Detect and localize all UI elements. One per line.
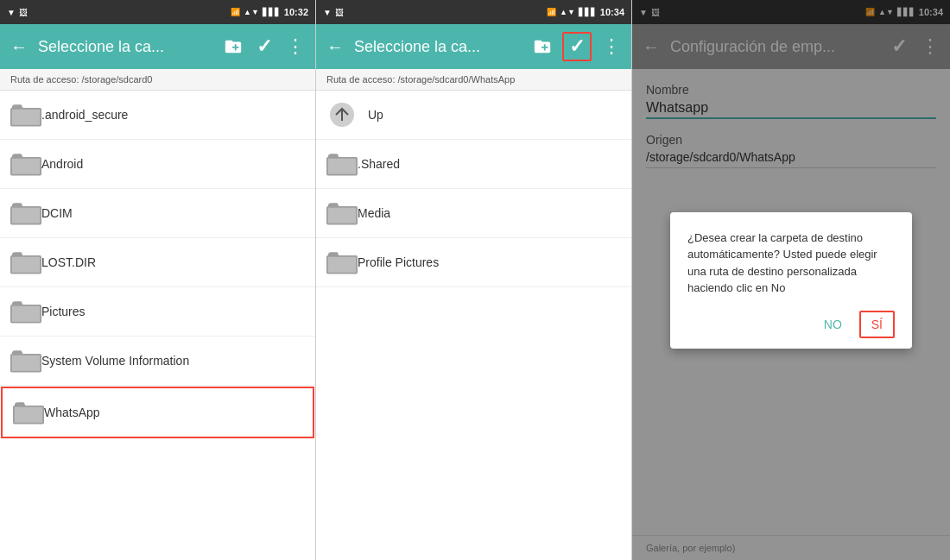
list-item[interactable]: LOST.DIR (0, 238, 315, 287)
wifi-icon-2: ▲▼ (560, 8, 575, 16)
folder-icon (10, 247, 41, 278)
dialog-buttons: NO SÍ (687, 311, 895, 338)
folder-icon (326, 247, 358, 278)
file-name: DCIM (41, 206, 73, 220)
dialog-text: ¿Desea crear la carpeta de destino autom… (687, 230, 895, 297)
panel-2: ▼ 🖼 📶 ▲▼ ▋▋▋ 10:34 ← Seleccione la ca...… (316, 0, 632, 560)
list-item[interactable]: Pictures (0, 287, 315, 337)
up-icon (326, 99, 358, 130)
file-name: .Shared (358, 157, 400, 171)
folder-icon (326, 198, 358, 229)
list-item[interactable]: .android_secure (0, 91, 315, 140)
up-label: Up (368, 108, 383, 122)
time-1: 10:32 (284, 7, 308, 17)
file-name: Android (41, 157, 83, 171)
signal-icon-1: ▋▋▋ (263, 8, 281, 16)
photo-icon-2: 🖼 (335, 8, 344, 17)
file-name: System Volume Information (41, 354, 189, 368)
dialog-overlay: ¿Desea crear la carpeta de destino autom… (632, 0, 950, 560)
file-name: .android_secure (41, 108, 128, 122)
list-item[interactable]: System Volume Information (0, 337, 315, 386)
folder-icon (10, 198, 41, 229)
whatsapp-list-item[interactable]: WhatsApp (1, 387, 314, 438)
list-item[interactable]: .Shared (316, 140, 631, 189)
toolbar-2: ← Seleccione la ca... ✓ ⋮ (316, 24, 631, 69)
back-button-2[interactable]: ← (323, 34, 347, 60)
status-bar-left-1: ▼ 🖼 (7, 8, 28, 17)
folder-icon (13, 397, 44, 428)
status-bar-2: ▼ 🖼 📶 ▲▼ ▋▋▋ 10:34 (316, 0, 631, 24)
check-button-1[interactable]: ✓ (253, 32, 276, 61)
path-bar-1: Ruta de acceso: /storage/sdcard0 (0, 69, 315, 91)
folder-add-button-2[interactable] (529, 34, 555, 60)
dialog: ¿Desea crear la carpeta de destino autom… (670, 212, 912, 349)
signal-icon-2: ▋▋▋ (579, 8, 597, 16)
status-bar-right-1: 📶 ▲▼ ▋▋▋ 10:32 (231, 7, 308, 17)
wifi-icon-1: ▲▼ (244, 8, 259, 16)
dialog-no-button[interactable]: NO (814, 311, 852, 338)
status-bar-1: ▼ 🖼 📶 ▲▼ ▋▋▋ 10:32 (0, 0, 315, 24)
check-button-highlighted-2[interactable]: ✓ (562, 32, 592, 61)
file-name: Media (358, 206, 390, 220)
status-bar-left-2: ▼ 🖼 (323, 8, 344, 17)
list-item[interactable]: DCIM (0, 189, 315, 238)
folder-icon (10, 296, 41, 327)
sim-icon-1: 📶 (231, 8, 240, 16)
more-button-2[interactable]: ⋮ (598, 32, 624, 61)
folder-icon (10, 345, 41, 376)
file-list-1: .android_secure Android DCIM LOST.DIR (0, 91, 315, 560)
notification-icon-1: ▼ (7, 8, 16, 17)
toolbar-1: ← Seleccione la ca... ✓ ⋮ (0, 24, 315, 69)
sim-icon-2: 📶 (547, 8, 556, 16)
file-name: Profile Pictures (358, 255, 439, 269)
toolbar-title-2: Seleccione la ca... (354, 38, 522, 56)
more-button-1[interactable]: ⋮ (282, 32, 308, 61)
dialog-si-button[interactable]: SÍ (859, 311, 895, 338)
path-bar-2: Ruta de acceso: /storage/sdcard0/WhatsAp… (316, 69, 631, 91)
panel-1: ▼ 🖼 📶 ▲▼ ▋▋▋ 10:32 ← Seleccione la ca...… (0, 0, 316, 560)
status-bar-right-2: 📶 ▲▼ ▋▋▋ 10:34 (547, 7, 624, 17)
path-text-2: Ruta de acceso: /storage/sdcard0/WhatsAp… (326, 74, 515, 85)
whatsapp-folder-name: WhatsApp (44, 406, 100, 419)
photo-icon-1: 🖼 (19, 8, 28, 17)
notification-icon-2: ▼ (323, 8, 332, 17)
folder-add-button-1[interactable] (220, 34, 246, 60)
time-2: 10:34 (600, 7, 624, 17)
path-text-1: Ruta de acceso: /storage/sdcard0 (10, 74, 152, 85)
folder-icon (10, 148, 41, 179)
up-item[interactable]: Up (316, 91, 631, 140)
file-name: LOST.DIR (41, 255, 96, 269)
panel-3: ▼ 🖼 📶 ▲▼ ▋▋▋ 10:34 ← Configuración de em… (632, 0, 950, 560)
file-list-2: Up .Shared Media Profile Pictures (316, 91, 631, 560)
list-item[interactable]: Android (0, 140, 315, 189)
list-item[interactable]: Profile Pictures (316, 238, 631, 287)
folder-icon (10, 99, 41, 130)
folder-icon (326, 148, 358, 179)
file-name: Pictures (41, 305, 86, 318)
list-item[interactable]: Media (316, 189, 631, 238)
toolbar-title-1: Seleccione la ca... (38, 38, 213, 56)
back-button-1[interactable]: ← (7, 34, 31, 60)
